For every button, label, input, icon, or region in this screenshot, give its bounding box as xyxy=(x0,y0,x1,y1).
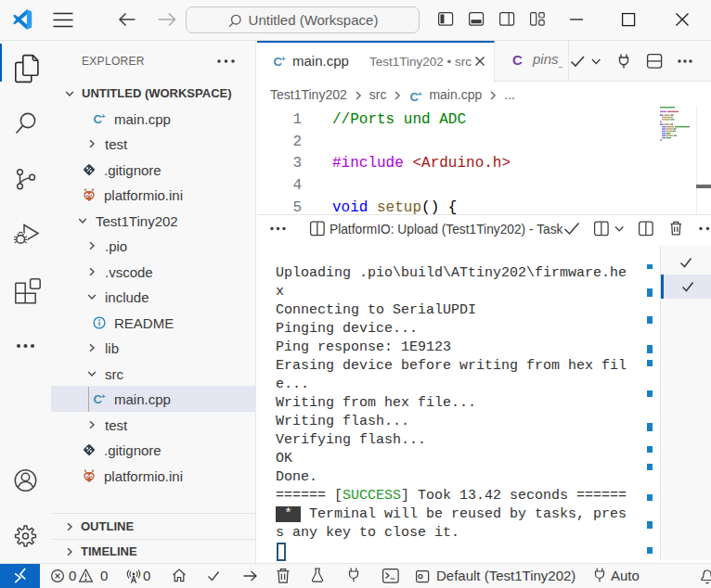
svg-text:+: + xyxy=(281,55,286,63)
svg-text:+: + xyxy=(101,392,106,401)
svg-text:+: + xyxy=(418,89,422,97)
svg-text:+: + xyxy=(101,112,106,121)
